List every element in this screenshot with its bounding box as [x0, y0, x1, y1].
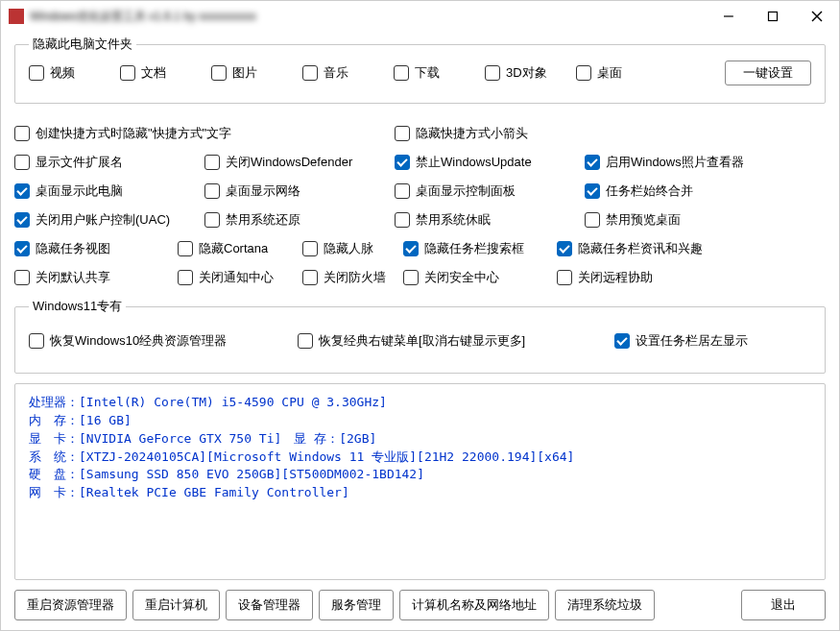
option-checkbox-4-4[interactable]: 隐藏任务栏资讯和兴趣 — [557, 240, 826, 257]
window: Windows优化设置工具 v1.6.1 by xxxxxxxxxx 隐藏此电脑… — [0, 0, 840, 631]
option-checkbox-2-3[interactable]: 任务栏始终合并 — [585, 182, 775, 200]
option-checkbox-1-0[interactable]: 显示文件扩展名 — [14, 154, 204, 171]
checkbox-box — [204, 155, 220, 170]
spacer — [660, 590, 735, 620]
restart-pc-button[interactable]: 重启计算机 — [132, 590, 220, 620]
option-checkbox-3-0[interactable]: 关闭用户账户控制(UAC) — [14, 211, 204, 229]
option-checkbox-1-3[interactable]: 启用Windows照片查看器 — [585, 154, 775, 171]
option-checkbox-4-2[interactable]: 隐藏人脉 — [302, 240, 403, 257]
checkbox-label: 恢复Windows10经典资源管理器 — [50, 332, 227, 350]
checkbox-label: 视频 — [50, 64, 75, 82]
checkbox-label: 桌面显示控制面板 — [416, 182, 516, 200]
checkbox-label: 桌面显示网络 — [226, 182, 300, 200]
checkbox-label: 禁用系统还原 — [226, 211, 300, 229]
checkbox-box — [557, 270, 572, 285]
window-controls — [707, 1, 839, 32]
checkbox-box — [557, 241, 572, 256]
checkbox-box — [614, 333, 630, 349]
option-checkbox-3-2[interactable]: 禁用系统休眠 — [395, 211, 585, 229]
service-manager-button[interactable]: 服务管理 — [319, 590, 394, 620]
checkbox-box — [120, 65, 135, 81]
win11-checkbox-1[interactable]: 恢复经典右键菜单[取消右键显示更多] — [298, 332, 614, 350]
folder-checkbox-3[interactable]: 音乐 — [302, 64, 394, 82]
option-checkbox-0-0[interactable]: 创建快捷方式时隐藏"快捷方式"文字 — [14, 125, 395, 142]
checkbox-box — [29, 65, 44, 81]
option-checkbox-1-2[interactable]: 禁止WindowsUpdate — [395, 154, 585, 171]
svg-rect-1 — [769, 12, 778, 21]
checkbox-box — [585, 212, 600, 228]
folder-checkbox-1[interactable]: 文档 — [120, 64, 211, 82]
option-checkbox-3-3[interactable]: 禁用预览桌面 — [585, 211, 775, 229]
folder-checkbox-6[interactable]: 桌面 — [576, 64, 667, 82]
option-checkbox-4-3[interactable]: 隐藏任务栏搜索框 — [403, 240, 557, 257]
device-manager-button[interactable]: 设备管理器 — [226, 590, 313, 620]
option-checkbox-5-1[interactable]: 关闭通知中心 — [178, 269, 302, 286]
one-click-button[interactable]: 一键设置 — [725, 61, 811, 85]
checkbox-box — [395, 155, 410, 170]
checkbox-label: 隐藏任务视图 — [36, 240, 110, 257]
option-checkbox-5-4[interactable]: 关闭远程协助 — [557, 269, 826, 286]
checkbox-box — [395, 183, 410, 199]
option-checkbox-4-0[interactable]: 隐藏任务视图 — [14, 240, 178, 257]
app-icon — [9, 9, 24, 24]
checkbox-label: 3D对象 — [506, 64, 547, 82]
checkbox-box — [394, 65, 409, 81]
option-checkbox-5-3[interactable]: 关闭安全中心 — [403, 269, 557, 286]
sysinfo-cpu: [Intel(R) Core(TM) i5-4590 CPU @ 3.30GHz… — [79, 395, 387, 409]
option-row-0: 创建快捷方式时隐藏"快捷方式"文字隐藏快捷方式小箭头 — [14, 125, 826, 142]
folder-checkbox-2[interactable]: 图片 — [211, 64, 302, 82]
option-checkbox-2-1[interactable]: 桌面显示网络 — [204, 182, 395, 200]
checkbox-label: 隐藏Cortana — [199, 240, 268, 257]
clean-junk-button[interactable]: 清理系统垃圾 — [555, 590, 655, 620]
checkbox-box — [178, 270, 193, 285]
option-checkbox-1-1[interactable]: 关闭WindowsDefender — [204, 154, 395, 171]
option-checkbox-3-1[interactable]: 禁用系统还原 — [204, 211, 395, 229]
checkbox-label: 隐藏任务栏搜索框 — [424, 240, 524, 257]
option-checkbox-4-1[interactable]: 隐藏Cortana — [178, 240, 302, 257]
checkbox-label: 桌面显示此电脑 — [36, 182, 123, 200]
folder-checkbox-4[interactable]: 下载 — [394, 64, 485, 82]
checkbox-label: 恢复经典右键菜单[取消右键显示更多] — [319, 332, 525, 350]
titlebar: Windows优化设置工具 v1.6.1 by xxxxxxxxxx — [1, 1, 839, 32]
folder-checkbox-5[interactable]: 3D对象 — [485, 64, 576, 82]
minimize-button[interactable] — [707, 1, 751, 32]
maximize-icon — [767, 11, 779, 22]
checkbox-label: 关闭防火墙 — [324, 269, 386, 286]
sysinfo-gpu: [NVIDIA GeForce GTX 750 Ti] 显 存：[2GB] — [79, 431, 376, 446]
client-area: 隐藏此电脑文件夹 视频文档图片音乐下载3D对象桌面一键设置 创建快捷方式时隐藏"… — [1, 32, 839, 630]
checkbox-box — [29, 333, 44, 349]
hide-folders-legend: 隐藏此电脑文件夹 — [29, 36, 136, 53]
computer-name-button[interactable]: 计算机名称及网络地址 — [399, 590, 549, 620]
checkbox-box — [211, 65, 227, 81]
checkbox-box — [14, 183, 30, 199]
sysinfo-mem-label: 内 存： — [29, 413, 79, 427]
option-checkbox-2-0[interactable]: 桌面显示此电脑 — [14, 182, 204, 200]
win11-checkbox-0[interactable]: 恢复Windows10经典资源管理器 — [29, 332, 298, 350]
minimize-icon — [723, 11, 734, 22]
maximize-button[interactable] — [751, 1, 795, 32]
win11-checkbox-2[interactable]: 设置任务栏居左显示 — [614, 332, 811, 350]
win11-row: 恢复Windows10经典资源管理器恢复经典右键菜单[取消右键显示更多]设置任务… — [29, 332, 811, 350]
option-checkbox-5-2[interactable]: 关闭防火墙 — [302, 269, 403, 286]
folder-checkbox-row: 视频文档图片音乐下载3D对象桌面一键设置 — [29, 61, 811, 85]
checkbox-label: 任务栏始终合并 — [606, 182, 693, 200]
checkbox-box — [395, 126, 410, 141]
sysinfo-net: [Realtek PCIe GBE Family Controller] — [79, 485, 349, 499]
option-checkbox-0-1[interactable]: 隐藏快捷方式小箭头 — [395, 125, 775, 142]
option-checkbox-2-2[interactable]: 桌面显示控制面板 — [395, 182, 585, 200]
restart-explorer-button[interactable]: 重启资源管理器 — [14, 590, 127, 620]
checkbox-box — [14, 155, 30, 170]
system-info-panel: 处理器：[Intel(R) Core(TM) i5-4590 CPU @ 3.3… — [14, 383, 826, 580]
checkbox-box — [14, 212, 30, 228]
exit-button[interactable]: 退出 — [741, 590, 826, 620]
option-checkbox-5-0[interactable]: 关闭默认共享 — [14, 269, 178, 286]
sysinfo-mem: [16 GB] — [79, 413, 132, 427]
sysinfo-net-label: 网 卡： — [29, 485, 79, 499]
checkbox-box — [302, 65, 318, 81]
folder-checkbox-0[interactable]: 视频 — [29, 64, 120, 82]
checkbox-box — [302, 241, 318, 256]
checkbox-label: 设置任务栏居左显示 — [636, 332, 748, 350]
close-button[interactable] — [795, 1, 839, 32]
window-title: Windows优化设置工具 v1.6.1 by xxxxxxxxxx — [30, 9, 707, 25]
checkbox-label: 关闭远程协助 — [578, 269, 653, 286]
